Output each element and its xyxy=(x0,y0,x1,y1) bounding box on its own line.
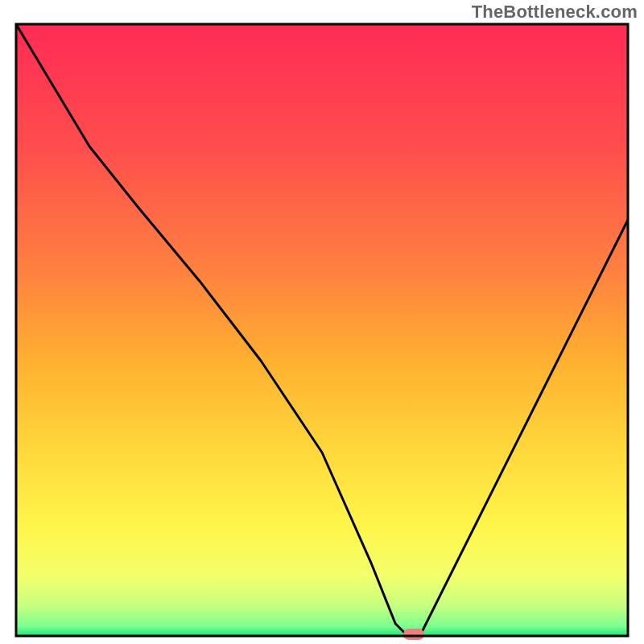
gradient-background xyxy=(16,24,628,636)
plot-svg xyxy=(0,0,644,644)
bottleneck-chart: TheBottleneck.com xyxy=(0,0,644,644)
optimal-point-marker xyxy=(403,629,424,640)
watermark-text: TheBottleneck.com xyxy=(472,2,638,23)
